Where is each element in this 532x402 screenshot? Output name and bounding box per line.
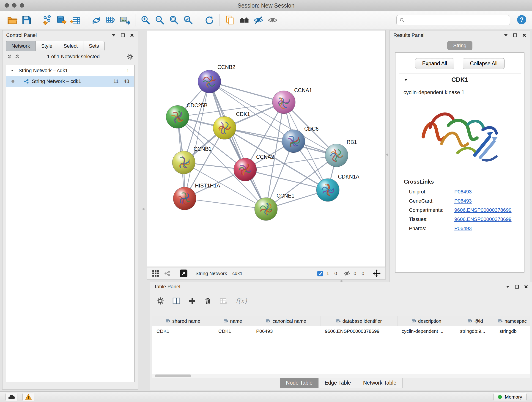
save-session-button[interactable] [19,13,33,27]
table-toolbar: f(x) [150,293,532,308]
tab-sets[interactable]: Sets [83,41,105,51]
expand-all-results-button[interactable]: Expand All [415,58,454,69]
hidden-eye-slash-icon[interactable] [343,270,350,277]
collapse-all-results-button[interactable]: Collapse All [463,58,505,69]
table-row[interactable]: CDK1 CDK1 P06493 9606.ENSP00000378699 cy… [152,326,530,336]
table-options-button[interactable] [156,297,165,305]
zoom-out-button[interactable] [153,13,167,27]
network-node-ccna1[interactable]: CCNA1 [272,87,312,114]
panel-menu-button[interactable] [112,34,116,37]
tab-node-table[interactable]: Node Table [280,378,319,388]
collapse-all-button[interactable] [7,54,12,59]
pan-crosshair-icon[interactable] [373,269,381,278]
birdseye-toggle-button[interactable] [179,269,188,278]
column-header-shared-name[interactable]: shared name [152,316,214,326]
column-header-database-identifier[interactable]: database identifier [321,316,398,326]
network-from-selection-button[interactable] [89,13,104,27]
expand-all-button[interactable] [14,54,20,59]
panel-float-button[interactable] [121,33,125,37]
network-canvas[interactable]: CCNB2CCNA1CDC25BCDK1CDC6RB1CCNB1CCNA2CDK… [147,31,385,267]
help-button[interactable]: ? [516,14,527,26]
network-node-cdc6[interactable]: CDC6 [282,126,319,153]
warnings-button[interactable] [22,393,34,401]
panel-close-button[interactable] [524,285,528,289]
scrollbar-thumb[interactable] [155,375,191,377]
grid-view-button[interactable] [152,270,159,277]
cell-database-identifier[interactable]: 9606.ENSP00000378699 [321,328,398,334]
cell-shared-name[interactable]: CDK1 [152,328,214,334]
tab-edge-table[interactable]: Edge Table [318,378,357,388]
panel-menu-button[interactable] [504,34,508,37]
panel-close-button[interactable] [130,33,134,37]
column-header-name[interactable]: name [214,316,252,326]
network-node-rb1[interactable]: RB1 [325,139,357,167]
zoom-fit-button[interactable] [167,13,181,27]
panel-float-button[interactable] [513,33,517,37]
home-button[interactable] [237,13,251,27]
horizontal-scrollbar[interactable] [152,374,530,378]
column-header-id[interactable]: @id [456,316,495,326]
show-panels-button[interactable] [266,13,280,27]
network-edge[interactable] [185,198,266,209]
search-input[interactable] [405,17,507,23]
column-header-canonical-name[interactable]: canonical name [252,316,321,326]
cell-namespace[interactable]: stringdb [495,328,530,334]
gene-section-header[interactable]: CDK1 [399,74,521,86]
network-node-ccnb2[interactable]: CCNB2 [198,64,235,93]
show-columns-button[interactable] [172,297,181,305]
memory-button[interactable]: Memory [494,393,526,401]
share-network-icon [164,270,171,277]
crosslink-uniprot-link[interactable]: P06493 [454,189,472,195]
left-splitter-handle[interactable] [143,208,145,210]
network-node-hist1h1a[interactable]: HIST1H1A [173,183,220,210]
cell-canonical-name[interactable]: P06493 [252,328,321,334]
cell-name[interactable]: CDK1 [214,328,252,334]
tab-network-table[interactable]: Network Table [357,378,403,388]
network-edge[interactable] [209,82,266,209]
cloud-status-button[interactable] [6,393,17,401]
refresh-button[interactable] [202,13,216,27]
documents-button[interactable] [223,13,237,27]
crosslink-tissues-link[interactable]: 9606.ENSP00000378699 [454,216,512,222]
crosslink-compartments-link[interactable]: 9606.ENSP00000378699 [454,207,512,213]
column-header-description[interactable]: description [398,316,456,326]
zoom-window-button[interactable] [20,3,24,7]
panel-float-button[interactable] [515,285,519,289]
export-image-button[interactable] [118,13,132,27]
tab-select[interactable]: Select [58,41,83,51]
network-row-selected[interactable]: String Network – cdk1 11 48 [6,76,134,87]
tab-network[interactable]: Network [6,41,36,51]
tab-style[interactable]: Style [36,41,58,51]
import-network-from-file-button[interactable] [40,13,54,27]
network-overview-button[interactable] [164,270,171,277]
network-collection-row[interactable]: String Network – cdk1 1 [6,65,134,76]
selected-checkbox-icon[interactable] [317,270,323,277]
new-network-from-table-button[interactable] [104,13,118,27]
network-edge[interactable] [185,82,209,198]
zoom-selected-button[interactable] [181,13,196,27]
network-node-ccnb1[interactable]: CCNB1 [172,146,211,174]
minimize-window-button[interactable] [12,3,17,7]
crosslink-genecard-link[interactable]: P06493 [454,198,472,204]
right-splitter-handle[interactable] [386,153,388,156]
zoom-in-button[interactable] [139,13,153,27]
hide-panels-button[interactable] [251,13,266,27]
results-tab-string[interactable]: String [447,41,472,50]
panel-close-button[interactable] [522,33,526,37]
control-panel-title: Control Panel [6,32,37,38]
cell-description[interactable]: cyclin-dependent ... [398,328,456,334]
add-column-button[interactable] [188,297,196,305]
network-node-cdk1[interactable]: CDK1 [213,111,250,139]
open-session-button[interactable] [5,13,19,27]
column-header-namespace[interactable]: namespac [495,316,530,326]
crosslink-pharos-link[interactable]: P06493 [454,225,472,231]
network-options-button[interactable] [127,53,133,60]
close-window-button[interactable] [5,3,9,7]
cell-id[interactable]: stringdb:9... [456,328,495,334]
network-node-cdkn1a[interactable]: CDKN1A [317,174,360,201]
function-builder-button[interactable]: f(x) [235,297,247,305]
import-table-from-file-button[interactable] [69,13,83,27]
import-network-from-database-button[interactable] [54,13,69,27]
panel-menu-button[interactable] [506,285,510,288]
delete-column-button[interactable] [204,297,212,305]
